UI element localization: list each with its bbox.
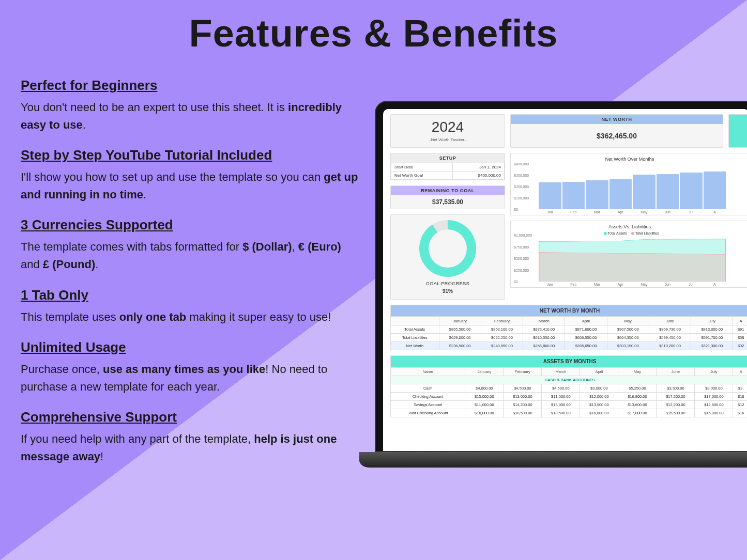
bar xyxy=(562,182,585,209)
feature-heading: Comprehensive Support xyxy=(21,409,362,425)
net-worth-card: NET WORTH $362,465.00 xyxy=(510,114,723,148)
setup-label: SETUP xyxy=(391,153,505,163)
setup-cell: $400,000.00 xyxy=(452,172,504,180)
feature-body: You don't need to be an expert to use th… xyxy=(21,99,362,134)
networth-by-month: NET WORTH BY MONTH JanuaryFebruaryMarchA… xyxy=(390,305,747,350)
bar xyxy=(539,182,561,209)
area-chart-legend: Total Assets Total Liabilities xyxy=(513,231,746,235)
remaining-label: REMAINING TO GOAL xyxy=(391,186,505,195)
goal-label: GOAL PROGRESS xyxy=(391,281,505,286)
assets-label: ASSETS BY MONTHS xyxy=(390,355,747,367)
bar xyxy=(633,175,655,209)
laptop-mockup: 2024 -Net Worth Tracker- NET WORTH $362,… xyxy=(375,101,747,468)
year-subtitle: -Net Worth Tracker- xyxy=(391,137,505,142)
net-worth-label: NET WORTH xyxy=(511,115,723,124)
remaining-value: $37,535.00 xyxy=(391,195,505,209)
setup-cell: Jan 1, 2024 xyxy=(452,163,504,172)
bar-chart-title: Net Worth Over Months xyxy=(513,157,746,162)
remaining-card: REMAINING TO GOAL $37,535.00 xyxy=(390,185,505,209)
year-card: 2024 -Net Worth Tracker- xyxy=(390,114,505,148)
feature-body: If you need help with any part of the te… xyxy=(21,430,362,465)
setup-cell: Net Worth Goal xyxy=(391,172,453,180)
feature-heading: Unlimited Usage xyxy=(21,339,362,355)
feature-heading: 1 Tab Only xyxy=(21,287,362,303)
goal-progress-card: GOAL PROGRESS 91% xyxy=(390,214,505,300)
assets-by-months: ASSETS BY MONTHS NameJanuaryFebruaryMarc… xyxy=(390,355,747,417)
features-list: Perfect for BeginnersYou don't need to b… xyxy=(21,77,362,479)
area-chart-title: Assets Vs. Liabilities xyxy=(513,224,746,229)
year-value: 2024 xyxy=(391,119,505,135)
feature-body: The template comes with tabs formatted f… xyxy=(21,238,362,273)
page-title: Features & Benefits xyxy=(0,11,747,55)
setup-cell: Start Date xyxy=(391,163,453,172)
bar xyxy=(680,173,703,209)
net-worth-value: $362,465.00 xyxy=(511,124,723,147)
bar xyxy=(609,179,632,209)
goal-percent: 91% xyxy=(391,288,505,294)
feature-heading: Perfect for Beginners xyxy=(21,77,362,94)
laptop-base xyxy=(359,452,747,468)
nwbm-label: NET WORTH BY MONTH xyxy=(390,305,747,317)
setup-card: SETUP Start DateJan 1, 2024Net Worth Goa… xyxy=(390,153,505,180)
feature-body: Purchase once, use as many times as you … xyxy=(21,361,362,396)
feature-body: I'll show you how to set up and use the … xyxy=(21,168,362,204)
feature-heading: 3 Currencies Supported xyxy=(21,217,362,233)
bar-chart: Net Worth Over Months $400,000 $300,000 … xyxy=(510,153,747,215)
bar xyxy=(704,172,726,209)
bar xyxy=(586,180,608,210)
teal-card-edge xyxy=(728,114,747,148)
donut-chart xyxy=(419,220,476,277)
bar xyxy=(657,174,679,209)
feature-heading: Step by Step YouTube Tutorial Included xyxy=(21,147,362,163)
area-chart: Assets Vs. Liabilities Total Assets Tota… xyxy=(510,221,747,288)
feature-body: This template uses only one tab making i… xyxy=(21,308,362,326)
